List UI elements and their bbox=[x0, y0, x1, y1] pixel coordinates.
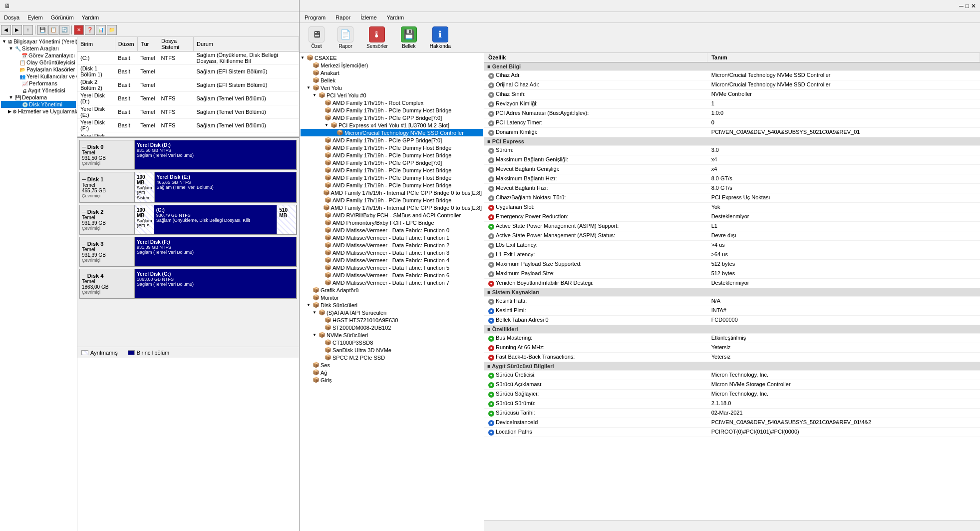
properties-button[interactable]: 📋 bbox=[48, 25, 58, 35]
save-button[interactable]: 💾 bbox=[37, 25, 47, 35]
hw-tree-item[interactable]: 📦 Anakart bbox=[301, 69, 483, 76]
menu-yardim2[interactable]: Yardım bbox=[382, 13, 409, 21]
tree-disk[interactable]: ▶ 💿 Disk Yönetimi bbox=[1, 101, 76, 108]
btn-sensorler[interactable]: 🌡 Sensörler bbox=[362, 24, 392, 51]
hw-tree-item[interactable]: ▼ 📦 PCI Express x4 Veri Yolu #1 [U3700 M… bbox=[301, 121, 483, 129]
hw-tree-item[interactable]: 📦 AMD Matisse/Vermeer - Data Fabric: Fun… bbox=[301, 226, 483, 234]
hw-tree-item[interactable]: 📦 Ses bbox=[301, 361, 483, 369]
hw-tree-item[interactable]: ▼ 📦 (S)ATA/ATAPI Sürücüleri bbox=[301, 309, 483, 316]
table-row[interactable]: (C:)BasitTemelNTFSSağlam (Önyükleme, Dis… bbox=[77, 51, 299, 65]
root-toggle[interactable]: ▼ bbox=[2, 38, 6, 44]
hw-tree-item[interactable]: 📦 Merkezi İşlemci(ler) bbox=[301, 61, 483, 69]
partition[interactable]: Yerel Disk (G:) 1863,00 GB NTFS Sağlam (… bbox=[135, 269, 297, 298]
minimize-button[interactable]: ─ bbox=[959, 2, 964, 9]
hw-tree-item[interactable]: 📦 AMD Matisse/Vermeer - Data Fabric: Fun… bbox=[301, 234, 483, 241]
tree-users[interactable]: ▶ 👥 Yerel Kullanıcılar ve Gru bbox=[1, 73, 76, 80]
hw-tree-item[interactable]: 📦 AMD Family 17h/19h - PCIe GPP Bridge[7… bbox=[301, 136, 483, 144]
menu-program[interactable]: Program bbox=[300, 13, 330, 21]
btn-ozet[interactable]: 🖥 Özet bbox=[305, 24, 328, 51]
hw-tree-item[interactable]: 📦 AMD Family 17h/19h - PCIe Dummy Host B… bbox=[301, 144, 483, 151]
refresh-button[interactable]: 🔄 bbox=[59, 25, 69, 35]
btn-hakkinda[interactable]: ℹ Hakkında bbox=[426, 24, 455, 51]
hw-tree-item[interactable]: 📦 AMD Matisse/Vermeer - Data Fabric: Fun… bbox=[301, 264, 483, 271]
tool2-button[interactable]: 📁 bbox=[107, 25, 117, 35]
tree-depolama[interactable]: ▼ 💾 Depolama bbox=[1, 94, 76, 101]
depolama-toggle[interactable]: ▼ bbox=[8, 94, 14, 100]
hw-tree-item[interactable]: 📦 AMD Family 17h/19h - PCIe GPP Bridge[7… bbox=[301, 114, 483, 121]
partition[interactable]: 510 MB bbox=[277, 205, 297, 234]
menu-izleme[interactable]: İzleme bbox=[355, 13, 381, 21]
partition[interactable]: Yerel Disk (D:) 931,50 GB NTFS Sağlam (T… bbox=[135, 140, 297, 169]
hw-tree-item[interactable]: 📦 ST2000DM008-2UB102 bbox=[301, 324, 483, 331]
tree-hizmetler[interactable]: ▶ ⚙ Hizmetler ve Uygulamalar bbox=[1, 108, 76, 115]
hw-tree-item[interactable]: ▼ 📦 Veri Yolu bbox=[301, 84, 483, 91]
btn-bellek[interactable]: 💾 Bellek bbox=[397, 24, 421, 51]
partition[interactable]: 100 MB Sağlam (EFI Sistem bbox=[135, 172, 155, 202]
close-button[interactable]: ✕ bbox=[971, 2, 976, 9]
hw-tree-item[interactable]: 📦 Monitör bbox=[301, 294, 483, 301]
help-button[interactable]: ❓ bbox=[85, 25, 95, 35]
hw-tree-item[interactable]: 📦 AMD Promontory/Bxby FCH - LPC Bridge bbox=[301, 219, 483, 226]
hw-tree-item[interactable]: 📦 AMD Family 17h/19h - PCIe Dummy Host B… bbox=[301, 196, 483, 204]
close-button[interactable]: ✕ bbox=[74, 25, 84, 35]
hw-tree-item[interactable]: 📦 AMD RV/Rll/Bxby FCH - SMBus and ACPI C… bbox=[301, 211, 483, 219]
hw-tree-item[interactable]: 📦 HGST HTS721010A9E630 bbox=[301, 316, 483, 324]
hw-tree-item[interactable]: 📦 AMD Matisse/Vermeer - Data Fabric: Fun… bbox=[301, 241, 483, 249]
hw-tree-item[interactable]: 📦 AMD Family 17h/19h - Internal PCIe GPP… bbox=[301, 204, 483, 211]
hw-tree-item[interactable]: 📦 AMD Family 17h/19h - PCIe Dummy Host B… bbox=[301, 181, 483, 189]
menu-dosya[interactable]: Dosya bbox=[0, 13, 23, 21]
tree-aygit[interactable]: ▶ 🖨 Aygıt Yöneticisi bbox=[1, 87, 76, 94]
hw-tree-item[interactable]: 📦 AMD Family 17h/19h - Root Complex bbox=[301, 99, 483, 106]
hw-tree-item[interactable]: ▼ 📦 PCI Veri Yolu #0 bbox=[301, 91, 483, 99]
tree-paylasilan[interactable]: ▶ 📂 Paylaşılan Klasörler bbox=[1, 66, 76, 73]
menu-eylem[interactable]: Eylem bbox=[23, 13, 47, 21]
tree-gorev[interactable]: ▶ 📅 Görev Zamanlayıcı bbox=[1, 52, 76, 59]
hw-tree-item[interactable]: 📦 Micron/Crucial Technology NVMe SSD Con… bbox=[301, 129, 483, 136]
table-row[interactable]: Yerel Disk (E:)BasitTemelNTFSSağlam (Tem… bbox=[77, 105, 299, 119]
tool1-button[interactable]: 📊 bbox=[96, 25, 106, 35]
table-row[interactable]: (Disk 2 Bölüm 2)BasitTemelSağlam (EFI Si… bbox=[77, 78, 299, 92]
partition[interactable]: Yerel Disk (E:) 465,65 GB NTFS Sağlam (T… bbox=[155, 172, 297, 202]
tree-sistem[interactable]: ▼ 🔧 Sistem Araçları bbox=[1, 45, 76, 52]
hw-tree-item[interactable]: 📦 CT1000P3SSD8 bbox=[301, 339, 483, 346]
btn-rapor[interactable]: 📄 Rapor bbox=[333, 24, 357, 51]
hw-tree-item[interactable]: 📦 AMD Family 17h/19h - PCIe Dummy Host B… bbox=[301, 166, 483, 174]
menu-rapor[interactable]: Rapor bbox=[330, 13, 355, 21]
sistem-toggle[interactable]: ▼ bbox=[8, 45, 14, 51]
hw-tree-item[interactable]: 📦 Giriş bbox=[301, 376, 483, 384]
hw-tree-item[interactable]: 📦 AMD Matisse/Vermeer - Data Fabric: Fun… bbox=[301, 249, 483, 256]
hw-tree-item[interactable]: 📦 AMD Matisse/Vermeer - Data Fabric: Fun… bbox=[301, 256, 483, 264]
partition[interactable]: Yerel Disk (F:) 931,39 GB NTFS Sağlam (T… bbox=[135, 237, 297, 266]
hw-tree-item[interactable]: 📦 Bellek bbox=[301, 76, 483, 84]
hw-tree-item[interactable]: 📦 AMD Family 17h/19h - PCIe Dummy Host B… bbox=[301, 151, 483, 159]
hw-tree-item[interactable]: 📦 AMD Family 17h/19h - Internal PCIe GPP… bbox=[301, 189, 483, 196]
table-row[interactable]: Yerel Disk (D:)BasitTemelNTFSSağlam (Tem… bbox=[77, 92, 299, 105]
back-button[interactable]: ◀ bbox=[1, 25, 11, 35]
hizmetler-toggle[interactable]: ▶ bbox=[8, 108, 11, 114]
hw-tree-item[interactable]: ▼ 📦 CSAXEE bbox=[301, 54, 483, 61]
hw-tree-item[interactable]: 📦 AMD Matisse/Vermeer - Data Fabric: Fun… bbox=[301, 279, 483, 286]
partition[interactable]: (C:) 930,79 GB NTFS Sağlam (Önyükleme, D… bbox=[154, 205, 278, 234]
tree-performans[interactable]: ▶ 📈 Performans bbox=[1, 80, 76, 87]
table-row[interactable]: (Disk 1 Bölüm 1)BasitTemelSağlam (EFI Si… bbox=[77, 65, 299, 78]
hw-tree-item[interactable]: 📦 AMD Family 17h/19h - PCIe Dummy Host B… bbox=[301, 174, 483, 181]
table-row[interactable]: Yerel Disk (F:)BasitTemelNTFSSağlam (Tem… bbox=[77, 119, 299, 132]
hw-tree-item[interactable]: 📦 SPCC M.2 PCIe SSD bbox=[301, 354, 483, 361]
maximize-button[interactable]: □ bbox=[966, 2, 969, 9]
hw-tree-item[interactable]: 📦 Ağ bbox=[301, 369, 483, 376]
hw-tree-item[interactable]: 📦 AMD Matisse/Vermeer - Data Fabric: Fun… bbox=[301, 271, 483, 279]
hw-tree-item[interactable]: 📦 Grafik Adaptörü bbox=[301, 286, 483, 294]
tree-root[interactable]: ▼ 🖥 Bilgisayar Yönetimi (Yerel) bbox=[1, 38, 76, 45]
menu-yardim[interactable]: Yardım bbox=[78, 13, 103, 21]
hw-tree-item[interactable]: ▼ 📦 NVMe Sürücüleri bbox=[301, 331, 483, 339]
menu-gorunum[interactable]: Görünüm bbox=[47, 13, 78, 21]
tree-olay[interactable]: ▶ 📋 Olay Görüntüleyicisi bbox=[1, 59, 76, 66]
up-button[interactable]: ↑ bbox=[23, 25, 33, 35]
forward-button[interactable]: ▶ bbox=[12, 25, 22, 35]
partition[interactable]: 100 MB Sağlam (EFI S bbox=[135, 205, 154, 234]
hw-tree-item[interactable]: 📦 SanDisk Ultra 3D NVMe bbox=[301, 346, 483, 354]
hw-tree-item[interactable]: ▼ 📦 Disk Sürücüleri bbox=[301, 301, 483, 309]
hw-tree-item[interactable]: 📦 AMD Family 17h/19h - PCIe GPP Bridge[7… bbox=[301, 159, 483, 166]
hw-tree-item[interactable]: 📦 AMD Family 17h/19h - PCIe Dummy Host B… bbox=[301, 106, 483, 114]
table-row[interactable]: Yerel Disk (G:)BasitTemelNTFSSağlam (Tem… bbox=[77, 132, 299, 137]
